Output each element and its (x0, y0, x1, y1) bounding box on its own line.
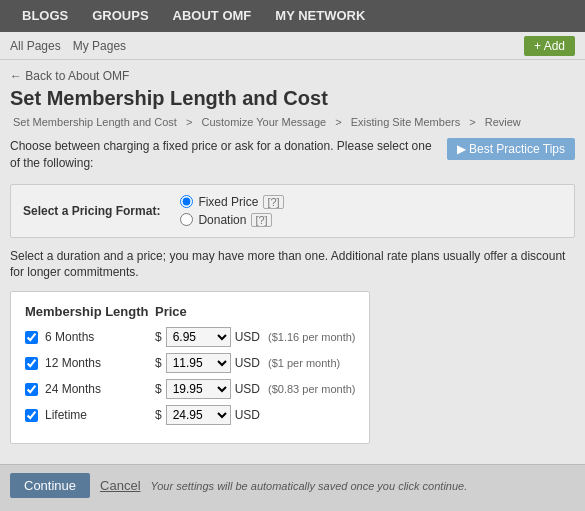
12months-price-group: $ 11.95 USD ($1 per month) (155, 353, 340, 373)
12months-price-select[interactable]: 11.95 (166, 353, 231, 373)
page-title: Set Membership Length and Cost (10, 87, 575, 110)
lifetime-checkbox[interactable] (25, 409, 38, 422)
donation-label: Donation (198, 213, 246, 227)
continue-button[interactable]: Continue (10, 473, 90, 498)
table-row: Lifetime $ 24.95 USD (25, 405, 355, 425)
auto-save-text: Your settings will be automatically save… (151, 480, 468, 492)
subnav-my-pages[interactable]: My Pages (73, 39, 126, 53)
nav-about-omf[interactable]: ABOUT OMF (161, 0, 264, 32)
24months-price-group: $ 19.95 USD ($0.83 per month) (155, 379, 355, 399)
table-header: Membership Length Price (25, 304, 355, 319)
24months-checkbox[interactable] (25, 383, 38, 396)
24months-label: 24 Months (45, 382, 155, 396)
6months-label: 6 Months (45, 330, 155, 344)
back-link[interactable]: ← Back to About OMF (10, 69, 129, 83)
6months-checkbox[interactable] (25, 331, 38, 344)
nav-blogs[interactable]: BLOGS (10, 0, 80, 32)
subnav-all-pages[interactable]: All Pages (10, 39, 61, 53)
6months-price-select[interactable]: 6.95 (166, 327, 231, 347)
pricing-format-section: Select a Pricing Format: Fixed Price [?]… (10, 184, 575, 238)
add-button[interactable]: + Add (524, 36, 575, 56)
12months-label: 12 Months (45, 356, 155, 370)
fixed-price-label: Fixed Price (198, 195, 258, 209)
breadcrumb: Set Membership Length and Cost > Customi… (10, 116, 575, 128)
24months-currency: USD (235, 382, 260, 396)
6months-price-group: $ 6.95 USD ($1.16 per month) (155, 327, 355, 347)
description-text: Choose between charging a fixed price or… (10, 138, 440, 172)
lifetime-label: Lifetime (45, 408, 155, 422)
lifetime-price-group: $ 24.95 USD (155, 405, 260, 425)
12months-per-month: ($1 per month) (268, 357, 340, 369)
6months-currency: USD (235, 330, 260, 344)
col-header-membership: Membership Length (25, 304, 155, 319)
donation-help[interactable]: [?] (251, 213, 271, 227)
pricing-format-label: Select a Pricing Format: (23, 204, 160, 218)
nav-groups[interactable]: GROUPS (80, 0, 160, 32)
table-row: 24 Months $ 19.95 USD ($0.83 per month) (25, 379, 355, 399)
lifetime-currency: USD (235, 408, 260, 422)
12months-currency: USD (235, 356, 260, 370)
fixed-price-radio[interactable] (180, 195, 193, 208)
bottom-bar: Continue Cancel Your settings will be au… (0, 464, 585, 506)
fixed-price-help[interactable]: [?] (263, 195, 283, 209)
table-row: 6 Months $ 6.95 USD ($1.16 per month) (25, 327, 355, 347)
best-practices-button[interactable]: ▶ Best Practice Tips (447, 138, 575, 160)
donation-radio[interactable] (180, 213, 193, 226)
col-header-price: Price (155, 304, 187, 319)
24months-price-select[interactable]: 19.95 (166, 379, 231, 399)
pricing-radio-group: Fixed Price [?] Donation [?] (180, 195, 283, 227)
6months-per-month: ($1.16 per month) (268, 331, 355, 343)
top-navigation: BLOGS GROUPS ABOUT OMF MY NETWORK (0, 0, 585, 32)
cancel-button[interactable]: Cancel (100, 478, 140, 493)
sub-navigation: All Pages My Pages + Add (0, 32, 585, 60)
membership-table: Membership Length Price 6 Months $ 6.95 … (10, 291, 370, 444)
lifetime-price-select[interactable]: 24.95 (166, 405, 231, 425)
main-content: ← Back to About OMF Set Membership Lengt… (0, 60, 585, 464)
table-row: 12 Months $ 11.95 USD ($1 per month) (25, 353, 355, 373)
nav-my-network[interactable]: MY NETWORK (263, 0, 377, 32)
fixed-price-option[interactable]: Fixed Price [?] (180, 195, 283, 209)
12months-checkbox[interactable] (25, 357, 38, 370)
select-duration-text: Select a duration and a price; you may h… (10, 248, 575, 282)
24months-per-month: ($0.83 per month) (268, 383, 355, 395)
description-row: Choose between charging a fixed price or… (10, 138, 575, 172)
donation-option[interactable]: Donation [?] (180, 213, 283, 227)
